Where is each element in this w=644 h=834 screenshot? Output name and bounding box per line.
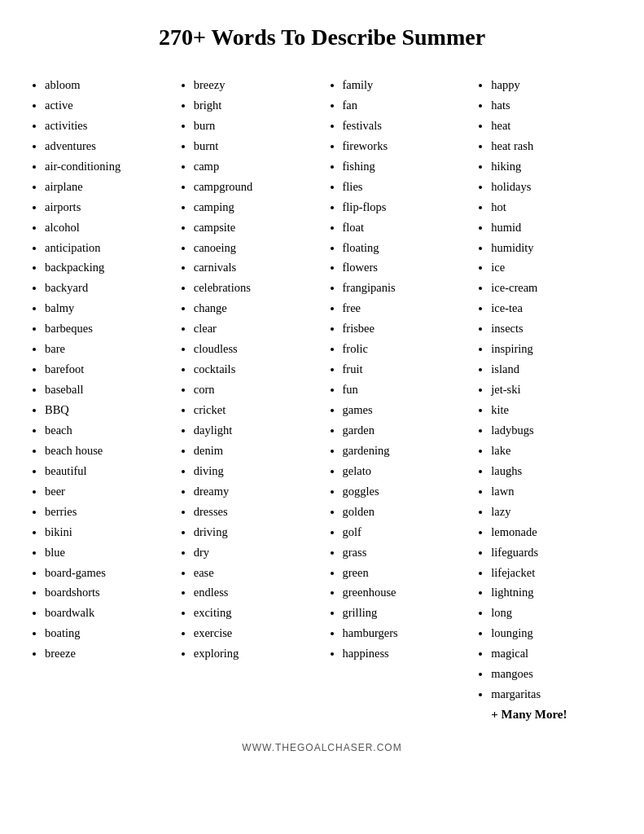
list-item: inspiring <box>491 339 616 359</box>
list-item: flowers <box>343 257 467 278</box>
list-item: barbeques <box>45 318 169 339</box>
list-item: flip-flops <box>343 197 467 217</box>
list-item: dreamy <box>194 481 318 502</box>
list-item: humidity <box>491 238 616 258</box>
list-item: daylight <box>194 420 318 441</box>
list-item: barefoot <box>45 359 169 380</box>
list-item: golf <box>343 522 467 542</box>
list-item: golden <box>343 502 467 522</box>
list-item: hats <box>491 95 616 116</box>
list-item: blue <box>45 542 169 563</box>
footer-url: WWW.THEGOALCHASER.COM <box>24 742 620 753</box>
list-item: family <box>343 75 467 95</box>
list-item: heat <box>491 116 616 136</box>
list-item: cloudless <box>194 339 318 359</box>
list-item: BBQ <box>45 400 169 420</box>
list-item: hiking <box>491 156 616 177</box>
list-item: air-conditioning <box>45 156 169 177</box>
list-item: grilling <box>343 603 467 623</box>
list-item: bright <box>194 95 318 116</box>
list-item: frangipanis <box>343 278 467 298</box>
list-item: beer <box>45 481 169 502</box>
list-item: clear <box>194 318 318 339</box>
list-item: frolic <box>343 339 467 359</box>
list-item: floating <box>343 238 467 258</box>
list-item: humid <box>491 217 616 238</box>
list-item: dry <box>194 542 318 563</box>
list-item: happy <box>491 75 616 95</box>
list-item: frisbee <box>343 318 467 339</box>
list-item: lawn <box>491 481 616 502</box>
list-item: beach <box>45 420 169 441</box>
list-item: ease <box>194 563 318 583</box>
list-item: green <box>343 563 467 583</box>
list-item: exercise <box>194 623 318 643</box>
list-item: camping <box>194 197 318 217</box>
extra-note: + Many More! <box>475 705 616 726</box>
list-item: breezy <box>194 75 318 95</box>
list-item: hot <box>491 197 616 217</box>
list-item: margaritas <box>491 684 616 705</box>
list-item: lightning <box>491 582 616 603</box>
word-list-3: familyfanfestivalsfireworksfishingfliesf… <box>326 75 467 664</box>
list-item: adventures <box>45 136 169 156</box>
list-item: breeze <box>45 643 169 664</box>
list-item: denim <box>194 441 318 461</box>
list-item: exploring <box>194 643 318 664</box>
list-item: greenhouse <box>343 582 467 603</box>
list-item: goggles <box>343 481 467 502</box>
list-item: laughs <box>491 461 616 481</box>
word-list-4: happyhatsheatheat rashhikingholidayshoth… <box>475 75 616 705</box>
list-item: flies <box>343 177 467 197</box>
column-1: abloomactiveactivitiesadventuresair-cond… <box>24 75 173 664</box>
list-item: ladybugs <box>491 420 616 441</box>
list-item: canoeing <box>194 238 318 258</box>
list-item: airports <box>45 197 169 217</box>
list-item: fan <box>343 95 467 116</box>
list-item: campground <box>194 177 318 197</box>
list-item: fireworks <box>343 136 467 156</box>
column-2: breezybrightburnburntcampcampgroundcampi… <box>173 75 322 664</box>
word-list-2: breezybrightburnburntcampcampgroundcampi… <box>177 75 318 664</box>
list-item: airplane <box>45 177 169 197</box>
list-item: long <box>491 603 616 623</box>
list-item: campsite <box>194 217 318 238</box>
list-item: beach house <box>45 441 169 461</box>
list-item: baseball <box>45 380 169 400</box>
list-item: alcohol <box>45 217 169 238</box>
list-item: heat rash <box>491 136 616 156</box>
list-item: hamburgers <box>343 623 467 643</box>
list-item: backpacking <box>45 257 169 278</box>
list-item: holidays <box>491 177 616 197</box>
list-item: abloom <box>45 75 169 95</box>
list-item: insects <box>491 318 616 339</box>
list-item: driving <box>194 522 318 542</box>
list-item: burnt <box>194 136 318 156</box>
list-item: fishing <box>343 156 467 177</box>
list-item: active <box>45 95 169 116</box>
list-item: fruit <box>343 359 467 380</box>
list-item: boating <box>45 623 169 643</box>
list-item: anticipation <box>45 238 169 258</box>
list-item: board-games <box>45 563 169 583</box>
list-item: backyard <box>45 278 169 298</box>
list-item: change <box>194 298 318 318</box>
list-item: lifejacket <box>491 563 616 583</box>
list-item: dresses <box>194 502 318 522</box>
list-item: lifeguards <box>491 542 616 563</box>
list-item: camp <box>194 156 318 177</box>
list-item: float <box>343 217 467 238</box>
column-4: happyhatsheatheat rashhikingholidayshoth… <box>471 75 620 726</box>
word-list-1: abloomactiveactivitiesadventuresair-cond… <box>28 75 169 664</box>
list-item: balmy <box>45 298 169 318</box>
list-item: celebrations <box>194 278 318 298</box>
list-item: mangoes <box>491 664 616 684</box>
list-item: lake <box>491 441 616 461</box>
word-columns: abloomactiveactivitiesadventuresair-cond… <box>24 75 620 726</box>
list-item: gelato <box>343 461 467 481</box>
list-item: ice-cream <box>491 278 616 298</box>
list-item: boardwalk <box>45 603 169 623</box>
list-item: lazy <box>491 502 616 522</box>
list-item: happiness <box>343 643 467 664</box>
list-item: magical <box>491 643 616 664</box>
